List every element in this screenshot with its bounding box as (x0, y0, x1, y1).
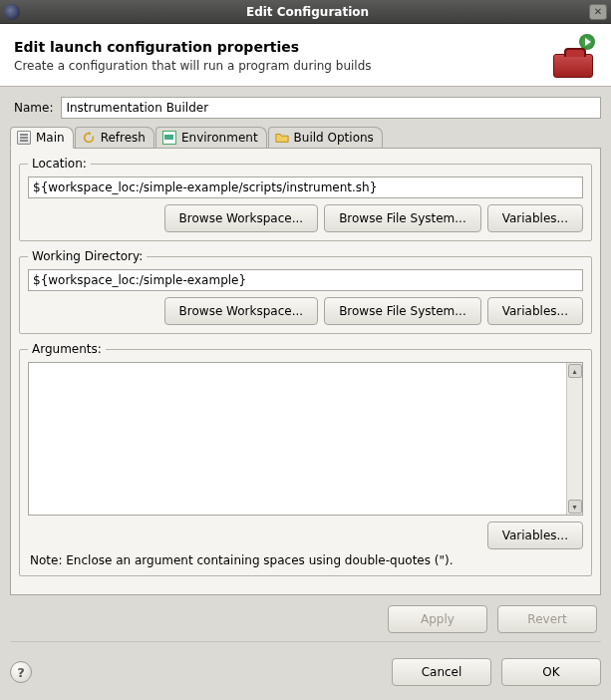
arguments-textarea[interactable] (29, 363, 566, 515)
refresh-icon (82, 131, 96, 145)
cancel-button[interactable]: Cancel (392, 658, 491, 686)
tab-label: Refresh (101, 131, 146, 145)
browse-file-system-button[interactable]: Browse File System... (324, 297, 481, 325)
header-icon (549, 34, 597, 78)
folder-icon (275, 131, 289, 145)
name-input[interactable] (61, 97, 601, 119)
variables-button[interactable]: Variables... (487, 522, 583, 549)
scroll-up-icon[interactable]: ▴ (568, 364, 582, 378)
tab-strip: Main Refresh Environment Build Options (10, 125, 601, 149)
arguments-note: Note: Enclose an argument containing spa… (28, 549, 583, 567)
scrollbar[interactable]: ▴ ▾ (566, 363, 582, 515)
tab-label: Environment (181, 131, 258, 145)
browse-file-system-button[interactable]: Browse File System... (324, 204, 481, 232)
arguments-legend: Arguments: (28, 342, 106, 356)
working-directory-input[interactable] (28, 269, 583, 291)
browse-workspace-button[interactable]: Browse Workspace... (164, 204, 319, 232)
scroll-down-icon[interactable]: ▾ (568, 500, 582, 514)
name-label: Name: (10, 101, 53, 115)
window-title: Edit Configuration (26, 5, 589, 19)
tab-main[interactable]: Main (10, 127, 74, 149)
working-directory-legend: Working Directory: (28, 249, 147, 263)
apply-button[interactable]: Apply (388, 605, 487, 633)
variables-button[interactable]: Variables... (487, 204, 583, 232)
revert-button[interactable]: Revert (497, 605, 597, 633)
titlebar: Edit Configuration ✕ (0, 0, 611, 24)
ok-button[interactable]: OK (501, 658, 601, 686)
tab-refresh[interactable]: Refresh (75, 127, 154, 148)
tab-panel-main: Location: Browse Workspace... Browse Fil… (10, 149, 601, 595)
eclipse-icon (4, 4, 20, 20)
location-input[interactable] (28, 176, 583, 198)
dialog-header: Edit launch configuration properties Cre… (0, 24, 611, 87)
help-icon[interactable]: ? (10, 661, 32, 683)
working-directory-group: Working Directory: Browse Workspace... B… (19, 249, 592, 334)
close-icon[interactable]: ✕ (589, 4, 607, 20)
header-heading: Edit launch configuration properties (14, 39, 549, 55)
separator (10, 641, 601, 642)
header-subtext: Create a configuration that will run a p… (14, 59, 549, 73)
tab-environment[interactable]: Environment (155, 127, 267, 148)
browse-workspace-button[interactable]: Browse Workspace... (164, 297, 319, 325)
tab-label: Main (36, 131, 65, 145)
variables-button[interactable]: Variables... (487, 297, 583, 325)
environment-icon (162, 131, 176, 145)
location-group: Location: Browse Workspace... Browse Fil… (19, 157, 592, 241)
toolbox-icon (553, 54, 593, 78)
location-legend: Location: (28, 157, 91, 171)
arguments-group: Arguments: ▴ ▾ Variables... Note: Enclos… (19, 342, 592, 576)
document-icon (17, 131, 31, 145)
tab-label: Build Options (294, 131, 374, 145)
tab-build-options[interactable]: Build Options (268, 127, 383, 148)
